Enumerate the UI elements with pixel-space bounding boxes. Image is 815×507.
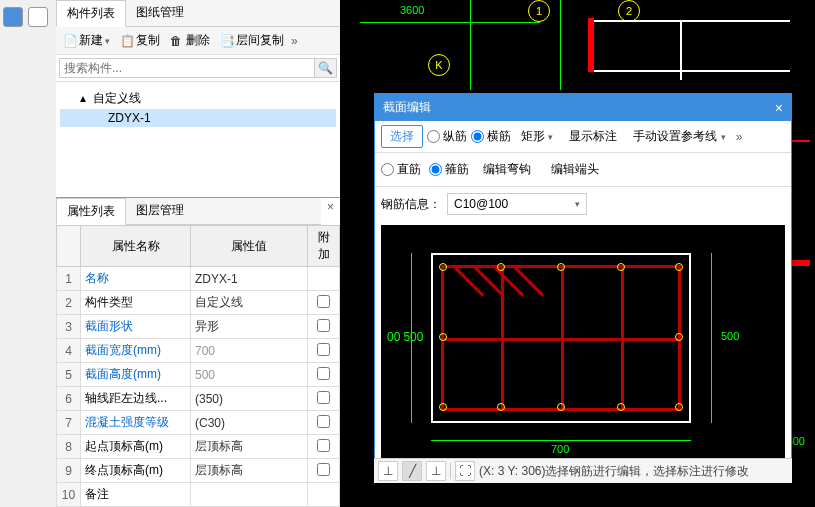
prop-tabs: 属性列表 图层管理: [56, 198, 321, 225]
prop-value[interactable]: 层顶标高: [191, 435, 308, 459]
select-button[interactable]: 选择: [381, 125, 423, 148]
prop-value[interactable]: 700: [191, 339, 308, 363]
rebar-dot[interactable]: [439, 263, 447, 271]
rebar-dot[interactable]: [557, 403, 565, 411]
prop-extra[interactable]: [308, 459, 340, 483]
cad-line: [360, 22, 540, 23]
prop-value[interactable]: (C30): [191, 411, 308, 435]
delete-button[interactable]: 🗑删除: [167, 30, 213, 51]
rebar-dot[interactable]: [675, 403, 683, 411]
prop-extra[interactable]: [308, 435, 340, 459]
radio-hbar[interactable]: 横筋: [471, 128, 511, 145]
rebar-dot[interactable]: [675, 263, 683, 271]
table-row[interactable]: 5截面高度(mm)500: [57, 363, 340, 387]
chevron-down-icon: ▾: [548, 132, 553, 142]
manual-ref-button[interactable]: 手动设置参考线 ▾: [627, 126, 731, 147]
section-canvas[interactable]: 700 500 00 500: [381, 225, 785, 475]
table-row[interactable]: 10备注: [57, 483, 340, 507]
radio-straight[interactable]: 直筋: [381, 161, 421, 178]
tab-layers[interactable]: 图层管理: [126, 198, 194, 224]
rect-button[interactable]: 矩形 ▾: [515, 126, 559, 147]
layer-copy-icon: 📑: [220, 34, 234, 48]
dim-text: 3600: [400, 4, 424, 16]
table-row[interactable]: 7混凝土强度等级(C30): [57, 411, 340, 435]
rebar-dot[interactable]: [497, 403, 505, 411]
hbar[interactable]: [441, 338, 681, 341]
prop-extra[interactable]: [308, 339, 340, 363]
overflow-icon[interactable]: »: [291, 34, 298, 48]
prop-value[interactable]: 自定义线: [191, 291, 308, 315]
rebar-dot[interactable]: [439, 403, 447, 411]
prop-value[interactable]: (350): [191, 387, 308, 411]
table-row[interactable]: 9终点顶标高(m)层顶标高: [57, 459, 340, 483]
prop-extra[interactable]: [308, 483, 340, 507]
tab-components[interactable]: 构件列表: [56, 0, 126, 27]
tab-drawings[interactable]: 图纸管理: [126, 0, 194, 26]
prop-name: 备注: [81, 483, 191, 507]
snap-icon-1[interactable]: ⊥: [378, 461, 398, 481]
list-view-icon[interactable]: [3, 7, 23, 27]
table-row[interactable]: 4截面宽度(mm)700: [57, 339, 340, 363]
prop-value[interactable]: 异形: [191, 315, 308, 339]
prop-extra[interactable]: [308, 315, 340, 339]
row-num: 9: [57, 459, 81, 483]
prop-extra[interactable]: [308, 291, 340, 315]
overflow-icon[interactable]: »: [736, 130, 743, 144]
close-icon[interactable]: ×: [775, 100, 783, 116]
show-dim-button[interactable]: 显示标注: [563, 126, 623, 147]
prop-extra[interactable]: [308, 267, 340, 291]
rebar-dot[interactable]: [617, 403, 625, 411]
row-num: 6: [57, 387, 81, 411]
new-button[interactable]: 📄新建▾: [60, 30, 113, 51]
rebar-dot[interactable]: [497, 263, 505, 271]
tree-root[interactable]: ▴ 自定义线: [60, 88, 336, 109]
table-row[interactable]: 6轴线距左边线...(350): [57, 387, 340, 411]
edit-end-button[interactable]: 编辑端头: [545, 159, 605, 180]
row-num: 8: [57, 435, 81, 459]
tree-item-zdyx1[interactable]: ZDYX-1: [60, 109, 336, 127]
prop-value[interactable]: 500: [191, 363, 308, 387]
table-row[interactable]: 1名称ZDYX-1: [57, 267, 340, 291]
prop-extra[interactable]: [308, 363, 340, 387]
prop-name: 混凝土强度等级: [81, 411, 191, 435]
table-row[interactable]: 3截面形状异形: [57, 315, 340, 339]
status-text: (X: 3 Y: 306)选择钢筋进行编辑，选择标注进行修改: [479, 463, 750, 480]
prop-value[interactable]: [191, 483, 308, 507]
table-row[interactable]: 2构件类型自定义线: [57, 291, 340, 315]
rebar-dot[interactable]: [439, 333, 447, 341]
col-num: [57, 226, 81, 267]
snap-icon-2[interactable]: ╱: [402, 461, 422, 481]
layer-copy-button[interactable]: 📑层间复制: [217, 30, 287, 51]
rebar-dot[interactable]: [617, 263, 625, 271]
rebar-dot[interactable]: [675, 333, 683, 341]
prop-value[interactable]: 层顶标高: [191, 459, 308, 483]
prop-name: 截面高度(mm): [81, 363, 191, 387]
component-tree[interactable]: ▴ 自定义线 ZDYX-1: [56, 82, 340, 197]
section-editor-dialog: 截面编辑 × 选择 纵筋 横筋 矩形 ▾ 显示标注 手动设置参考线 ▾ » 直筋…: [374, 93, 792, 482]
dialog-titlebar[interactable]: 截面编辑 ×: [375, 94, 791, 121]
prop-name: 轴线距左边线...: [81, 387, 191, 411]
prop-extra[interactable]: [308, 387, 340, 411]
edit-hook-button[interactable]: 编辑弯钩: [477, 159, 537, 180]
search-input[interactable]: [59, 58, 315, 78]
grid-view-icon[interactable]: [28, 7, 48, 27]
search-button[interactable]: 🔍: [315, 58, 337, 78]
close-icon[interactable]: ×: [321, 198, 340, 216]
dialog-toolbar-2: 直筋 箍筋 编辑弯钩 编辑端头: [375, 153, 791, 187]
dim-small-left: 00 500: [387, 330, 423, 344]
axis-bubble: 2: [618, 0, 640, 22]
prop-extra[interactable]: [308, 411, 340, 435]
prop-name: 截面形状: [81, 315, 191, 339]
fit-icon[interactable]: ⛶: [455, 461, 475, 481]
snap-icon-3[interactable]: ⊥: [426, 461, 446, 481]
copy-button[interactable]: 📋复制: [117, 30, 163, 51]
radio-stirrup[interactable]: 箍筋: [429, 161, 469, 178]
radio-vbar[interactable]: 纵筋: [427, 128, 467, 145]
table-row[interactable]: 8起点顶标高(m)层顶标高: [57, 435, 340, 459]
tab-properties[interactable]: 属性列表: [56, 198, 126, 225]
tree-collapse-icon[interactable]: ▴: [80, 91, 90, 105]
rebar-dot[interactable]: [557, 263, 565, 271]
prop-value[interactable]: ZDYX-1: [191, 267, 308, 291]
chevron-down-icon: ▾: [721, 132, 726, 142]
rebar-info-input[interactable]: C10@100 ▾: [447, 193, 587, 215]
